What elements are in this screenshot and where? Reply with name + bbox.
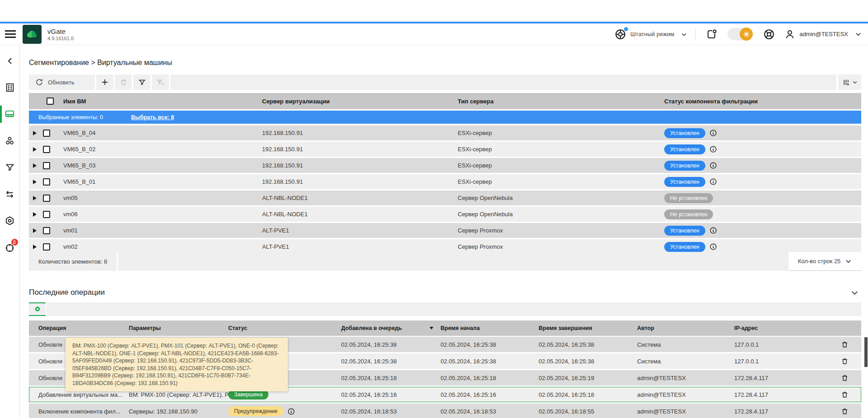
start-time-cell: 02.05.2024, 16:25:38 <box>441 341 539 348</box>
row-checkbox[interactable] <box>43 162 50 169</box>
sidebar-item-traffic[interactable] <box>0 185 20 204</box>
table-row[interactable]: VM65_B_03 192.168.150.91 ESXi-сервер Уст… <box>29 158 861 173</box>
row-checkbox[interactable] <box>43 146 50 153</box>
table-row[interactable]: vm02 ALT-PVE1 Сервер Proxmox Установлен <box>29 239 861 252</box>
col-header-status[interactable]: Статус <box>228 325 341 331</box>
col-header-end-time[interactable]: Время завершения <box>539 325 637 331</box>
table-row[interactable]: vm06 ALT-NBL-NODE1 Сервер OpenNebula Не … <box>29 207 861 222</box>
info-icon[interactable] <box>709 227 717 234</box>
end-time-cell: 02.05.2024, 16:18:55 <box>539 408 637 415</box>
row-checkbox[interactable] <box>43 243 50 251</box>
queued-cell: 02.05.2024, 16:25:16 <box>341 391 441 398</box>
expand-row-icon[interactable] <box>33 131 37 135</box>
start-time-cell: 02.05.2024, 16:25:18 <box>441 375 539 381</box>
delete-operation-button[interactable] <box>841 341 849 348</box>
delete-operation-button[interactable] <box>841 391 849 399</box>
ip-cell: 127.0.0.1 <box>734 341 830 348</box>
row-checkbox[interactable] <box>43 178 50 186</box>
sidebar-collapse-button[interactable] <box>0 51 20 70</box>
vm-type-cell: ESXi-сервер <box>458 146 664 153</box>
col-header-type[interactable]: Тип сервера <box>458 98 664 105</box>
select-all-link[interactable]: Выбрать все: 8 <box>131 114 174 121</box>
col-header-start-time[interactable]: Время начала <box>441 325 539 331</box>
sidebar-item-clusters[interactable] <box>0 131 20 150</box>
author-cell: admin@TESTESX <box>637 391 734 398</box>
expand-row-icon[interactable] <box>33 163 37 168</box>
expand-row-icon[interactable] <box>33 196 37 200</box>
operations-settings-button[interactable] <box>29 302 46 316</box>
col-header-parameters[interactable]: Параметры <box>129 325 228 331</box>
rows-per-page-dropdown[interactable]: Кол-во строк 25 <box>788 252 861 271</box>
info-icon[interactable] <box>709 145 717 153</box>
table-row[interactable]: vm01 ALT-PVE1 Сервер Proxmox Установлен <box>29 223 861 238</box>
row-checkbox[interactable] <box>43 227 50 234</box>
info-icon[interactable] <box>709 243 717 251</box>
theme-toggle[interactable] <box>727 28 753 40</box>
sidebar-item-virtual-machines[interactable] <box>0 105 20 124</box>
support-wheel-icon[interactable] <box>763 28 775 40</box>
row-checkbox[interactable] <box>43 195 50 202</box>
sidebar-item-beta[interactable]: β <box>0 238 20 257</box>
add-button[interactable] <box>96 74 113 90</box>
vm-type-cell: Сервер Proxmox <box>458 227 664 234</box>
col-header-author[interactable]: Автор <box>637 325 734 331</box>
end-time-cell: 02.05.2024, 16:25:18 <box>539 391 637 398</box>
clear-filter-button[interactable] <box>152 74 169 90</box>
scrollbar-thumb[interactable] <box>864 337 868 367</box>
row-checkbox[interactable] <box>43 211 50 218</box>
notification-dot <box>624 27 628 31</box>
col-header-vm-name[interactable]: Имя ВМ <box>63 98 262 105</box>
vm-type-cell: ESXi-сервер <box>458 178 664 185</box>
selected-count-label: Выбранные элементы: 0 <box>38 114 103 121</box>
expand-row-icon[interactable] <box>33 212 37 217</box>
security-mode-dropdown[interactable]: Штатный режим <box>615 28 687 40</box>
column-settings-button[interactable] <box>838 74 861 90</box>
delete-operation-button[interactable] <box>841 408 849 415</box>
select-all-checkbox[interactable] <box>47 98 54 105</box>
filter-button[interactable] <box>133 74 150 90</box>
vm-type-cell: Сервер OpenNebula <box>458 211 664 218</box>
delete-button[interactable] <box>115 74 132 90</box>
expand-row-icon[interactable] <box>33 147 37 152</box>
operation-row[interactable]: Включение компонента фил... Серверы: 192… <box>29 404 861 418</box>
col-header-server[interactable]: Сервер виртуализации <box>262 98 458 105</box>
vm-server-cell: ALT-NBL-NODE1 <box>262 211 458 218</box>
col-header-queued[interactable]: Добавлена в очередь <box>341 325 441 331</box>
table-row[interactable]: vm05 ALT-NBL-NODE1 Сервер OpenNebula Не … <box>29 190 861 205</box>
info-icon[interactable] <box>709 129 717 137</box>
operations-section-header: Последние операции <box>29 288 861 297</box>
parameters-cell: Серверы: 192.168.150.90 <box>129 408 228 415</box>
info-icon[interactable] <box>287 408 295 415</box>
table-row[interactable]: VM65_B_04 192.168.150.91 ESXi-сервер Уст… <box>29 125 861 140</box>
sidebar-item-settings[interactable] <box>0 211 20 230</box>
col-header-operation[interactable]: Операция <box>29 325 129 331</box>
mode-label: Штатный режим <box>630 31 674 37</box>
items-count-label: Количество элементов: 8 <box>29 252 117 271</box>
table-row[interactable]: VM65_B_01 192.168.150.91 ESXi-сервер Уст… <box>29 174 861 189</box>
sidebar-item-filters[interactable] <box>0 158 20 177</box>
status-badge: Установлен <box>664 177 705 187</box>
info-icon[interactable] <box>709 178 717 186</box>
sidebar-item-infrastructure[interactable] <box>0 78 20 97</box>
user-menu[interactable]: admin@TESTESX <box>784 29 862 40</box>
expand-row-icon[interactable] <box>33 180 37 184</box>
lifebuoy-icon <box>615 28 626 40</box>
delete-operation-button[interactable] <box>841 374 849 382</box>
app-version: 4.9.16161.0 <box>47 36 74 41</box>
table-row[interactable]: VM65_B_02 192.168.150.91 ESXi-сервер Уст… <box>29 142 861 157</box>
user-icon <box>784 29 795 40</box>
delete-operation-button[interactable] <box>841 358 849 365</box>
hamburger-menu-icon[interactable] <box>5 30 16 38</box>
notes-icon[interactable] <box>706 29 717 40</box>
vm-name-cell: vm06 <box>63 211 262 218</box>
expand-row-icon[interactable] <box>33 228 37 233</box>
info-icon[interactable] <box>709 162 717 169</box>
col-header-ip[interactable]: IP-адрес <box>734 325 830 331</box>
col-header-filter-status[interactable]: Статус компонента фильтрации <box>664 98 861 105</box>
collapse-section-icon[interactable] <box>851 289 859 297</box>
status-badge: Не установлен <box>664 193 713 203</box>
vm-list-tooltip: ВМ: PMX-100 (Сервер: ALT-PVE1), PMX-101 … <box>66 338 288 391</box>
expand-row-icon[interactable] <box>33 245 37 249</box>
row-checkbox[interactable] <box>43 130 50 137</box>
refresh-button[interactable]: Обновить <box>29 74 95 90</box>
